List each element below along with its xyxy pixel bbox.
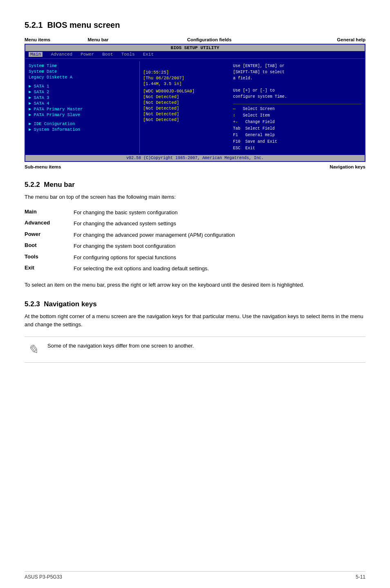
note-text: Some of the navigation keys differ from … xyxy=(47,342,194,350)
section-522: 5.2.2 Menu bar The menu bar on top of th… xyxy=(25,181,365,289)
bios-body: System Time System Date Legacy Diskette … xyxy=(25,60,365,155)
footer-left: ASUS P3-P5G33 xyxy=(25,574,62,580)
table-row: Advanced For changing the advanced syste… xyxy=(25,218,365,229)
note-box: ✎ Some of the navigation keys differ fro… xyxy=(25,337,365,363)
bios-menu-main[interactable]: Main xyxy=(29,52,43,57)
bios-menu-advanced[interactable]: Advanced xyxy=(51,52,72,57)
bios-item-pata-master[interactable]: ► PATA Primary Master xyxy=(29,106,136,112)
menu-desc-main: For changing the basic system configurat… xyxy=(74,207,365,218)
bios-value-date: [Thu 06/28/2007] xyxy=(143,75,226,81)
bios-basic-items: System Time System Date Legacy Diskette … xyxy=(29,63,136,80)
bios-item-sata1[interactable]: ► SATA 1 xyxy=(29,83,136,89)
menu-desc-advanced: For changing the advanced system setting… xyxy=(74,218,365,229)
menu-desc-tools: For configuring options for special func… xyxy=(74,252,365,263)
section-522-intro: The menu bar on top of the screen has th… xyxy=(25,193,365,201)
menu-name-exit: Exit xyxy=(25,263,74,274)
bios-menu-exit[interactable]: Exit xyxy=(143,52,154,57)
bios-item-system-time[interactable]: System Time xyxy=(29,63,136,69)
bios-item-sata4[interactable]: ► SATA 4 xyxy=(29,101,136,106)
section-523-intro: At the bottom right corner of a menu scr… xyxy=(25,312,365,328)
menu-desc-exit: For selecting the exit options and loadi… xyxy=(74,263,365,274)
table-row: Exit For selecting the exit options and … xyxy=(25,263,365,274)
label-menu-bar: Menu bar xyxy=(78,37,119,42)
bios-value-sata1: [WDC WD800JD-00LSA0] xyxy=(143,88,226,94)
label-general-help: General help xyxy=(300,37,365,42)
table-row: Power For changing the advanced power ma… xyxy=(25,229,365,241)
menu-name-boot: Boot xyxy=(25,240,74,252)
bios-menu-tools[interactable]: Tools xyxy=(121,52,135,57)
bios-item-legacy-diskette[interactable]: Legacy Diskette A xyxy=(29,74,136,80)
bios-value-pata-master: [Not Detected] xyxy=(143,111,226,117)
bios-value-sata2: [Not Detected] xyxy=(143,94,226,100)
bios-right-panel: Use [ENTER], [TAB] or [SHIFT-TAB] to sel… xyxy=(230,61,365,153)
table-row: Tools For configuring options for specia… xyxy=(25,252,365,263)
section-523-title: 5.2.3 Navigation keys xyxy=(25,300,365,308)
footer-right: 5-11 xyxy=(356,574,365,580)
bios-general-help: Use [ENTER], [TAB] or [SHIFT-TAB] to sel… xyxy=(233,63,361,100)
bios-menu-boot[interactable]: Boot xyxy=(102,52,113,57)
bios-sata-items: ► SATA 1 ► SATA 2 ► SATA 3 ► SATA 4 ► PA… xyxy=(29,83,136,118)
menu-bar-table: Main For changing the basic system confi… xyxy=(25,207,365,274)
note-icon: ✎ xyxy=(25,342,41,357)
section-522-closing: To select an item on the menu bar, press… xyxy=(25,281,365,289)
bios-screen: BIOS SETUP UTILITY Main Advanced Power B… xyxy=(25,44,365,162)
label-menu-items: Menu items xyxy=(25,37,78,42)
label-nav-keys: Navigation keys xyxy=(329,164,365,169)
table-row: Boot For changing the system boot config… xyxy=(25,240,365,252)
label-sub-menu-items: Sub-menu items xyxy=(25,164,61,169)
bios-value-time: [10:55:25] xyxy=(143,70,226,75)
bios-footer: v02.58 (C)Copyright 1985-2007, American … xyxy=(25,155,365,161)
bios-value-diskette: [1.44M, 3.5 in] xyxy=(143,81,226,87)
bios-value-pata-slave: [Not Detected] xyxy=(143,117,226,123)
label-config-fields: Configuration fields xyxy=(119,37,300,42)
bios-item-pata-slave[interactable]: ► PATA Primary Slave xyxy=(29,112,136,118)
section-522-title: 5.2.2 Menu bar xyxy=(25,181,365,189)
bios-item-sata3[interactable]: ► SATA 3 xyxy=(29,95,136,101)
bios-header: BIOS SETUP UTILITY xyxy=(25,45,365,51)
menu-name-power: Power xyxy=(25,229,74,241)
bios-item-system-date[interactable]: System Date xyxy=(29,69,136,74)
bios-value-sata3: [Not Detected] xyxy=(143,100,226,105)
section-title: 5.2.1 BIOS menu screen xyxy=(25,20,365,30)
page-footer: ASUS P3-P5G33 5-11 xyxy=(25,571,365,580)
menu-name-main: Main xyxy=(25,207,74,218)
menu-desc-power: For changing the advanced power manageme… xyxy=(74,229,365,241)
bios-center-panel: [10:55:25] [Thu 06/28/2007] [1.44M, 3.5 … xyxy=(140,61,230,153)
menu-name-tools: Tools xyxy=(25,252,74,263)
bios-menu-power[interactable]: Power xyxy=(81,52,94,57)
bios-item-sata2[interactable]: ► SATA 2 xyxy=(29,89,136,95)
bios-value-sata4: [Not Detected] xyxy=(143,105,226,111)
bios-item-ide-config[interactable]: ► IDE Coniguration xyxy=(29,121,136,127)
menu-desc-boot: For changing the system boot configurati… xyxy=(74,240,365,252)
menu-name-advanced: Advanced xyxy=(25,218,74,229)
bios-other-items: ► IDE Coniguration ► System Information xyxy=(29,121,136,132)
bios-menubar: Main Advanced Power Boot Tools Exit xyxy=(25,51,365,58)
table-row: Main For changing the basic system confi… xyxy=(25,207,365,218)
bios-item-sys-info[interactable]: ► System Information xyxy=(29,127,136,132)
bios-nav-keys: ↔ Select Screen ↕ Select Item +- Change … xyxy=(233,104,361,152)
bios-left-panel: System Time System Date Legacy Diskette … xyxy=(25,61,140,153)
section-523: 5.2.3 Navigation keys At the bottom righ… xyxy=(25,300,365,363)
